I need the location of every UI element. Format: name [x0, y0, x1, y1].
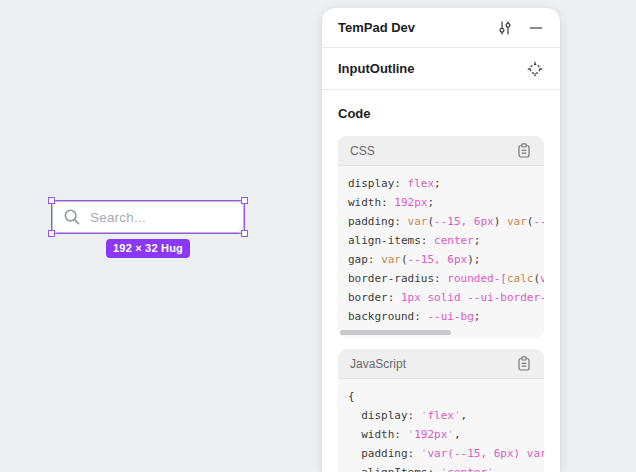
css-code[interactable]: display: flex;width: 192px;padding: var(… [338, 166, 544, 328]
selection-handle-top-right[interactable] [241, 197, 248, 204]
css-scrollbar-track [338, 328, 544, 338]
minimize-icon[interactable] [527, 19, 545, 37]
css-block-header: CSS [338, 136, 544, 166]
css-code-block: CSS display: flex;width: 192px;padding: … [338, 136, 544, 338]
code-section: Code CSS display: flex;width: 192px;padd… [322, 90, 560, 472]
copy-clipboard-icon[interactable] [515, 141, 533, 160]
selected-search-component[interactable]: Search... [52, 201, 244, 233]
javascript-block-header: JavaScript [338, 349, 544, 379]
css-block-label: CSS [350, 144, 375, 158]
code-line: display: 'flex', [348, 406, 534, 425]
code-line: padding: var(--15, 6px) var(-- [348, 212, 534, 231]
javascript-block-label: JavaScript [350, 357, 406, 371]
code-line: alignItems: 'center', [348, 463, 534, 472]
javascript-code[interactable]: { display: 'flex', width: '192px', paddi… [338, 379, 544, 472]
search-input[interactable]: Search... [52, 201, 244, 233]
code-line: width: 192px; [348, 193, 534, 212]
copy-clipboard-icon[interactable] [515, 354, 533, 373]
code-line: width: '192px', [348, 425, 534, 444]
code-line: border-radius: rounded-[calc(va [348, 269, 534, 288]
code-line: { [348, 387, 534, 406]
tempad-dev-plugin-panel: TemPad Dev InputOutline [322, 8, 560, 472]
code-line: gap: var(--15, 6px); [348, 250, 534, 269]
panel-header: TemPad Dev [322, 8, 560, 48]
code-line: display: flex; [348, 174, 534, 193]
settings-sliders-icon[interactable] [495, 18, 515, 38]
javascript-code-block: JavaScript { display: 'flex', width: '19… [338, 349, 544, 472]
selection-handle-bottom-right[interactable] [241, 230, 248, 237]
horizontal-scrollbar[interactable] [340, 330, 451, 335]
code-line: padding: 'var(--15, 6px) var [348, 444, 534, 463]
dimension-badge: 192 × 32 Hug [106, 239, 190, 258]
search-placeholder: Search... [90, 210, 146, 225]
search-icon [63, 208, 81, 226]
code-line: border: 1px solid --ui-border- [348, 288, 534, 307]
code-line: align-items: center; [348, 231, 534, 250]
component-name: InputOutline [338, 61, 415, 76]
code-line: background: --ui-bg; [348, 307, 534, 326]
selection-handle-bottom-left[interactable] [48, 230, 55, 237]
code-section-title: Code [338, 106, 544, 121]
selected-component-row: InputOutline [322, 48, 560, 90]
locate-crosshair-icon[interactable] [525, 59, 545, 79]
selection-handle-top-left[interactable] [48, 197, 55, 204]
panel-title: TemPad Dev [338, 20, 415, 35]
